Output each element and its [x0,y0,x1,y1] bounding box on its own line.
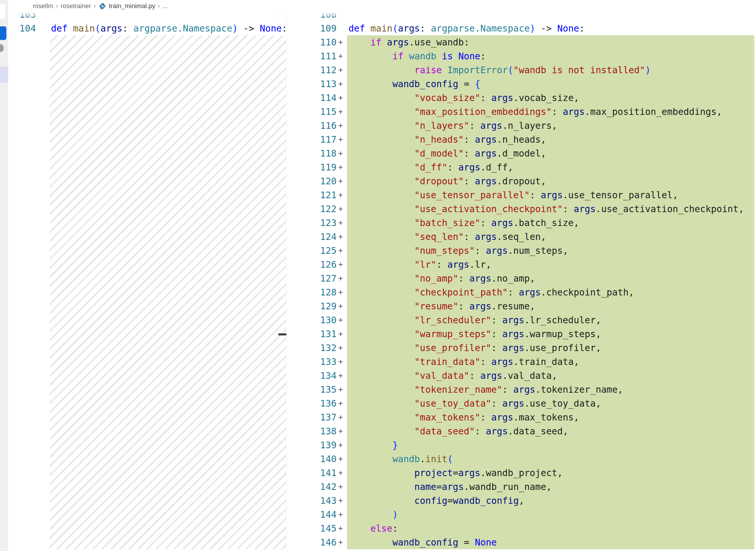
code-line[interactable]: 130+ "lr_scheduler": args.lr_scheduler, [306,313,756,327]
line-number[interactable]: 146 [306,535,336,549]
diff-original-pane[interactable]: 103104def main(args: argparse.Namespace)… [8,0,287,551]
code-text: "checkpoint_path": args.checkpoint_path, [348,286,634,299]
code-line[interactable]: 118+ "d_model": args.d_model, [306,146,756,160]
line-number[interactable]: 130 [306,313,336,327]
line-number[interactable]: 125 [306,244,336,257]
line-number[interactable]: 124 [306,230,336,244]
code-line[interactable]: 146+ wandb_config = None [306,535,756,549]
code-line[interactable]: 127+ "no_amp": args.no_amp, [306,271,756,286]
line-number[interactable]: 121 [306,188,336,202]
line-number[interactable]: 141 [306,466,336,480]
breadcrumb-item-rosetrainer[interactable]: rosetrainer [60,2,91,10]
code-line[interactable]: 135+ "tokenizer_name": args.tokenizer_na… [306,383,756,397]
cropped-blue-button-fragment[interactable] [0,26,6,40]
line-number[interactable]: 110 [306,35,336,49]
code-line[interactable]: 117+ "n_heads": args.n_heads, [306,132,756,146]
line-number[interactable]: 104 [8,21,36,35]
line-number[interactable]: 136 [306,397,336,410]
right-scrollbar-track[interactable] [754,8,756,549]
diff-add-marker: + [338,230,343,244]
line-number[interactable]: 117 [306,132,336,146]
pane-sash[interactable] [286,8,286,549]
line-number[interactable]: 140 [306,452,336,466]
line-number[interactable]: 109 [306,21,336,35]
line-number[interactable]: 122 [306,202,336,216]
line-number[interactable]: 131 [306,327,336,341]
code-line[interactable]: 113+ wandb_config = { [306,77,756,91]
code-line[interactable]: 121+ "use_tensor_parallel": args.use_ten… [306,188,756,202]
code-line[interactable]: 110+ if args.use_wandb: [306,35,756,49]
diff-add-marker: + [338,286,343,299]
breadcrumb-item-file[interactable]: train_minimal.py [109,2,155,10]
code-line[interactable]: 111+ if wandb is None: [306,49,756,63]
code-line[interactable]: 109def main(args: argparse.Namespace) ->… [306,21,756,35]
diff-modified-pane[interactable]: 108109def main(args: argparse.Namespace)… [306,0,756,551]
code-text: "train_data": args.train_data, [348,355,579,369]
line-number[interactable]: 143 [306,494,336,508]
line-number[interactable]: 115 [306,105,336,119]
code-text: "num_steps": args.num_steps, [348,244,568,257]
line-number[interactable]: 113 [306,77,336,91]
line-number[interactable]: 111 [306,49,336,63]
line-number[interactable]: 119 [306,160,336,174]
code-line[interactable]: 139+ } [306,438,756,452]
code-line[interactable]: 122+ "use_activation_checkpoint": args.u… [306,202,756,216]
code-line[interactable]: 145+ else: [306,522,756,535]
line-number[interactable]: 123 [306,216,336,230]
line-number[interactable]: 129 [306,299,336,313]
added-line-highlight [347,508,754,522]
code-line[interactable]: 115+ "max_position_embeddings": args.max… [306,105,756,119]
code-line[interactable]: 136+ "use_toy_data": args.use_toy_data, [306,397,756,410]
code-line[interactable]: 140+ wandb.init( [306,452,756,466]
code-line[interactable]: 141+ project=args.wandb_project, [306,466,756,480]
code-line[interactable]: 134+ "val_data": args.val_data, [306,369,756,383]
line-number[interactable]: 144 [306,508,336,522]
code-line[interactable]: 123+ "batch_size": args.batch_size, [306,216,756,230]
added-line-highlight [347,522,754,535]
line-number[interactable]: 133 [306,355,336,369]
diff-add-marker: + [338,410,343,424]
scrollbar-handle[interactable] [278,334,286,336]
line-number[interactable]: 137 [306,410,336,424]
code-line[interactable]: 120+ "dropout": args.dropout, [306,174,756,188]
line-number[interactable]: 139 [306,438,336,452]
breadcrumb-item-more[interactable]: ... [163,2,168,10]
line-number[interactable]: 135 [306,383,336,397]
code-line[interactable]: 104def main(args: argparse.Namespace) ->… [8,21,287,35]
code-text: "lr": args.lr, [348,257,491,271]
code-line[interactable]: 132+ "use_profiler": args.use_profiler, [306,341,756,355]
code-line[interactable]: 133+ "train_data": args.train_data, [306,355,756,369]
code-line[interactable]: 131+ "warmup_steps": args.warmup_steps, [306,327,756,341]
line-number[interactable]: 120 [306,174,336,188]
code-line[interactable]: 138+ "data_seed": args.data_seed, [306,424,756,438]
line-number[interactable]: 145 [306,522,336,535]
code-line[interactable]: 128+ "checkpoint_path": args.checkpoint_… [306,286,756,299]
line-number[interactable]: 127 [306,271,336,286]
code-line[interactable]: 144+ ) [306,508,756,522]
code-line[interactable]: 143+ config=wandb_config, [306,494,756,508]
code-line[interactable]: 142+ name=args.wandb_run_name, [306,480,756,494]
code-line[interactable]: 126+ "lr": args.lr, [306,257,756,271]
breadcrumb-separator: › [158,2,160,10]
code-line[interactable]: 124+ "seq_len": args.seq_len, [306,230,756,244]
line-number[interactable]: 118 [306,146,336,160]
code-text: "resume": args.resume, [348,299,535,313]
line-number[interactable]: 138 [306,424,336,438]
line-number[interactable]: 128 [306,286,336,299]
code-line[interactable]: 125+ "num_steps": args.num_steps, [306,244,756,257]
line-number[interactable]: 142 [306,480,336,494]
line-number[interactable]: 134 [306,369,336,383]
code-line[interactable]: 137+ "max_tokens": args.max_tokens, [306,410,756,424]
code-line[interactable]: 112+ raise ImportError("wandb is not ins… [306,63,756,77]
code-line[interactable]: 129+ "resume": args.resume, [306,299,756,313]
diff-add-marker: + [338,35,343,49]
line-number[interactable]: 112 [306,63,336,77]
line-number[interactable]: 132 [306,341,336,355]
code-line[interactable]: 119+ "d_ff": args.d_ff, [306,160,756,174]
line-number[interactable]: 116 [306,119,336,132]
breadcrumb-item-rosellm[interactable]: rosellm [33,2,53,10]
code-line[interactable]: 114+ "vocab_size": args.vocab_size, [306,91,756,105]
line-number[interactable]: 114 [306,91,336,105]
line-number[interactable]: 126 [306,257,336,271]
code-line[interactable]: 116+ "n_layers": args.n_layers, [306,119,756,132]
